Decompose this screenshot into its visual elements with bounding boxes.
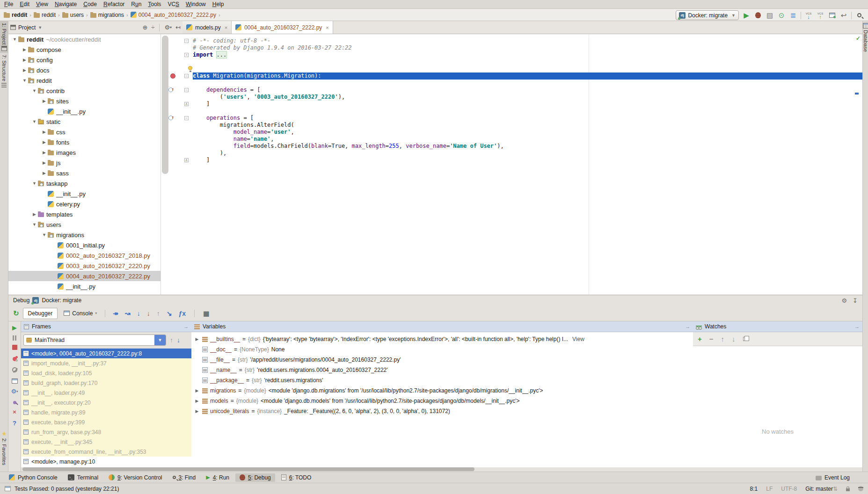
move-down-watch-button[interactable]: ↓ <box>732 335 736 343</box>
tree-item-0002_auto_20160327_2018-py[interactable]: 0002_auto_20160327_2018.py <box>8 250 160 261</box>
show-execution-point-button[interactable]: ↠ <box>113 310 118 317</box>
editor-gutter[interactable] <box>161 65 193 73</box>
expand-arrow-icon[interactable]: ▶ <box>194 409 200 414</box>
tree-item-__init__-py[interactable]: __init__.py <box>8 189 160 199</box>
tree-expand-icon[interactable]: ▼ <box>41 232 48 237</box>
editor-gutter[interactable]: − <box>161 37 193 44</box>
breakpoint-icon[interactable] <box>170 73 175 79</box>
frame-row[interactable]: load_disk, loader.py:105 <box>21 368 191 378</box>
tree-expand-icon[interactable]: ▼ <box>31 88 38 93</box>
resume-button[interactable]: ▶ <box>12 324 17 331</box>
debugger-settings-button[interactable]: ⚙▾ <box>11 388 18 395</box>
menu-item-help[interactable]: Help <box>209 0 227 8</box>
vcs-update-button[interactable]: VCS↓ <box>803 11 814 20</box>
git-branch-indicator[interactable]: Git: master⇅ <box>805 486 838 492</box>
tree-item-0003_auto_20160327_2220-py[interactable]: 0003_auto_20160327_2220.py <box>8 261 160 271</box>
close-tab-icon[interactable]: × <box>326 25 328 30</box>
code-line[interactable]: −class Migration(migrations.Migration): <box>161 73 862 80</box>
tree-item-migrations[interactable]: ▼migrations <box>8 230 160 240</box>
fold-toggle-icon[interactable]: − <box>184 39 189 43</box>
variable-row[interactable]: 88__name__ = {str} 'reddit.users.migrati… <box>191 365 693 375</box>
menu-item-run[interactable]: Run <box>128 0 145 8</box>
menu-item-view[interactable]: View <box>33 0 51 8</box>
editor-gutter[interactable]: + <box>161 51 193 58</box>
tree-expand-icon[interactable]: ▶ <box>41 99 48 103</box>
frame-row[interactable]: __init__, executor.py:20 <box>21 398 191 407</box>
editor-gutter[interactable] <box>161 80 193 87</box>
pause-button[interactable] <box>13 335 16 341</box>
variable-row[interactable]: 88__package__ = {str} 'reddit.users.migr… <box>191 375 693 385</box>
code-line[interactable]: +import ... <box>161 51 862 58</box>
frame-row[interactable]: import_module, __init__.py:37 <box>21 358 191 368</box>
tree-item-sites[interactable]: ▶sites <box>8 96 160 106</box>
frame-row[interactable]: execute, base.py:399 <box>21 417 191 427</box>
expand-arrow-icon[interactable]: ▶ <box>194 388 200 393</box>
code-line[interactable]: # Generated by Django 1.9.4 on 2016-03-2… <box>161 44 862 51</box>
code-line[interactable] <box>161 108 862 115</box>
tree-item-docs[interactable]: ▶docs <box>8 65 160 75</box>
editor-gutter[interactable]: − <box>161 87 193 94</box>
fold-toggle-icon[interactable]: + <box>184 53 189 57</box>
line-ending-indicator[interactable]: LF <box>766 486 773 492</box>
tree-item-js[interactable]: ▶js <box>8 158 160 168</box>
frame-row[interactable]: run_from_argv, base.py:348 <box>21 427 191 437</box>
code-line[interactable]: − operations = [ <box>161 115 862 122</box>
debug-button[interactable] <box>753 11 763 20</box>
tree-item-celery-py[interactable]: celery.py <box>8 199 160 209</box>
intention-bulb-icon[interactable] <box>188 66 192 70</box>
changes-button[interactable] <box>827 11 837 20</box>
code-line[interactable]: name='name', <box>161 136 862 143</box>
restore-layout-button[interactable]: ▦ <box>203 310 209 317</box>
tree-expand-icon[interactable]: ▼ <box>31 222 38 227</box>
menu-item-navigate[interactable]: Navigate <box>51 0 80 8</box>
editor-gutter[interactable] <box>161 122 193 129</box>
toolwindow-button-6-todo[interactable]: 6: TODO <box>277 473 316 482</box>
tree-expand-icon[interactable]: ▼ <box>31 119 38 124</box>
code-line[interactable]: ∧ ] <box>161 157 862 164</box>
run-with-coverage-button[interactable]: ▨ <box>765 11 775 20</box>
frame-up-button[interactable]: ↑ <box>170 336 173 344</box>
editor-tab-models.py[interactable]: models.py× <box>182 21 232 34</box>
menu-item-code[interactable]: Code <box>80 0 100 8</box>
tree-expand-icon[interactable]: ▶ <box>41 130 48 134</box>
editor-gutter[interactable] <box>161 143 193 150</box>
editor-gutter[interactable] <box>161 108 193 115</box>
breadcrumb-item[interactable]: 0004_auto_20160327_2222.py <box>131 12 216 18</box>
code-line[interactable] <box>161 65 862 73</box>
remove-watch-button[interactable]: − <box>709 335 714 343</box>
tree-item-__init__-py[interactable]: __init__.py <box>8 106 160 116</box>
frame-row[interactable]: execute, __init__.py:345 <box>21 437 191 447</box>
variable-row[interactable]: ▶unicode_literals = {instance} _Feature:… <box>191 406 693 416</box>
menu-item-edit[interactable]: Edit <box>16 0 33 8</box>
fold-toggle-icon[interactable]: ∧ <box>184 102 189 106</box>
tree-expand-icon[interactable]: ▼ <box>21 78 28 83</box>
run-button[interactable]: ▶ <box>741 11 751 20</box>
restore-layout-button[interactable] <box>12 378 18 384</box>
tree-item-__init__-py[interactable]: __init__.py <box>8 281 160 291</box>
lock-icon[interactable] <box>846 488 850 491</box>
variable-row[interactable]: 88__file__ = {str} '/app/reddit/users/mi… <box>191 355 693 365</box>
step-out-button[interactable]: ↑ <box>157 310 160 317</box>
error-stripe-current-line-mark[interactable] <box>855 93 859 94</box>
tree-item-static[interactable]: ▼static <box>8 116 160 127</box>
menu-item-refactor[interactable]: Refactor <box>100 0 128 8</box>
code-line[interactable]: − dependencies = [ <box>161 87 862 94</box>
breadcrumb-item[interactable]: migrations <box>90 12 124 18</box>
encoding-indicator[interactable]: UTF-8 <box>781 486 797 492</box>
expand-arrow-icon[interactable]: ▶ <box>194 337 200 341</box>
toolwindow-button-event-log[interactable]: Event Log <box>811 473 854 482</box>
tree-item-css[interactable]: ▶css <box>8 127 160 137</box>
sidebar-tab-1-project[interactable]: 1: Project <box>0 21 8 53</box>
code-line[interactable]: model_name='user', <box>161 129 862 136</box>
hide-debug-window-button[interactable]: ↧ <box>853 297 858 304</box>
collapse-all-button[interactable]: ÷ <box>151 24 154 31</box>
step-into-button[interactable]: ↓ <box>137 310 140 317</box>
menu-item-tools[interactable]: Tools <box>145 0 164 8</box>
fold-toggle-icon[interactable]: ∧ <box>184 158 189 162</box>
tree-item-sass[interactable]: ▶sass <box>8 168 160 178</box>
variable-row[interactable]: 88__doc__ = {NoneType} None <box>191 344 693 355</box>
tree-item-reddit[interactable]: ▼reddit ~/cookiecutter/reddit <box>8 34 160 44</box>
editor-gutter[interactable]: ∧ <box>161 101 193 108</box>
breadcrumb-item[interactable]: users <box>62 12 84 18</box>
hector-inspections-icon[interactable] <box>858 486 863 491</box>
